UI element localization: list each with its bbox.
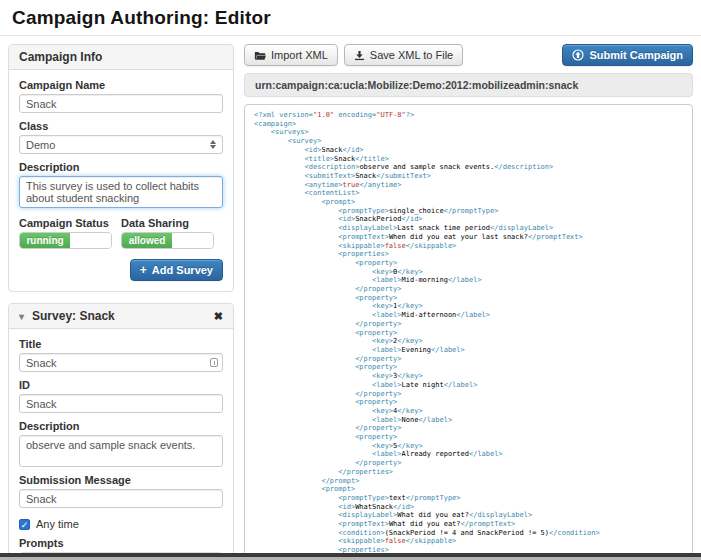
select-stepper-icon	[210, 140, 216, 149]
window-bottom-edge	[0, 553, 701, 560]
folder-open-icon	[254, 50, 266, 61]
survey-title-label: Title	[19, 338, 223, 350]
survey-title-input[interactable]	[19, 353, 223, 372]
anytime-checkbox[interactable]: ✓	[19, 519, 30, 530]
page-title: Campaign Authoring: Editor	[12, 7, 689, 29]
submit-campaign-button[interactable]: Submit Campaign	[562, 44, 693, 66]
campaign-info-panel: Campaign Info Campaign Name Class Demo D…	[8, 44, 234, 292]
survey-id-label: ID	[19, 379, 223, 391]
class-label: Class	[19, 120, 223, 132]
xml-code[interactable]: <?xml version="1.0" encoding="UTF-8"?> <…	[244, 104, 693, 560]
campaign-info-title: Campaign Info	[19, 50, 102, 64]
close-survey-icon[interactable]: ✖	[214, 311, 223, 322]
campaign-status-label: Campaign Status	[19, 217, 121, 229]
campaign-status-toggle[interactable]: running	[19, 232, 112, 249]
toolbar: Import XML Save XML to File Submit Campa…	[244, 44, 693, 66]
campaign-description-label: Description	[19, 161, 223, 173]
campaign-description-textarea[interactable]: This survey is used to collect habits ab…	[19, 176, 223, 208]
survey-panel: ▾ Survey: Snack ✖ Title ID Description o…	[8, 303, 234, 560]
campaign-name-input[interactable]	[19, 94, 223, 113]
prompts-label: Prompts	[19, 537, 223, 549]
class-select[interactable]: Demo	[19, 135, 223, 154]
status-badge: running	[20, 233, 70, 248]
submission-message-input[interactable]	[19, 489, 223, 508]
survey-panel-header: ▾ Survey: Snack ✖	[9, 304, 233, 329]
download-icon	[354, 50, 365, 61]
editor-main: Import XML Save XML to File Submit Campa…	[244, 44, 693, 560]
data-sharing-label: Data Sharing	[121, 217, 223, 229]
toggle-off-segment	[70, 233, 111, 248]
import-xml-button[interactable]: Import XML	[244, 44, 338, 66]
survey-id-input[interactable]	[19, 394, 223, 413]
submission-message-label: Submission Message	[19, 474, 223, 486]
add-survey-button[interactable]: + Add Survey	[130, 259, 223, 281]
page-header: Campaign Authoring: Editor	[0, 0, 701, 36]
survey-description-label: Description	[19, 420, 223, 432]
campaign-info-header: Campaign Info	[9, 45, 233, 70]
campaign-urn: urn:campaign:ca:ucla:Mobilize:Demo:2012:…	[244, 73, 693, 97]
class-select-value: Demo	[26, 139, 55, 151]
survey-description-textarea[interactable]: observe and sample snack events.	[19, 435, 223, 467]
main-content: Campaign Info Campaign Name Class Demo D…	[0, 36, 701, 560]
data-sharing-toggle[interactable]: allowed	[121, 232, 214, 249]
sidebar: Campaign Info Campaign Name Class Demo D…	[8, 44, 234, 560]
save-xml-button[interactable]: Save XML to File	[344, 44, 463, 66]
circle-arrow-up-icon	[572, 49, 584, 61]
campaign-name-label: Campaign Name	[19, 79, 223, 91]
sharing-badge: allowed	[122, 233, 172, 248]
text-field-addon-icon	[210, 358, 218, 367]
plus-icon: +	[140, 264, 147, 276]
anytime-label: Any time	[36, 518, 79, 530]
survey-panel-title: Survey: Snack	[32, 309, 115, 323]
chevron-down-icon[interactable]: ▾	[19, 311, 24, 322]
toggle-off-segment	[172, 233, 213, 248]
